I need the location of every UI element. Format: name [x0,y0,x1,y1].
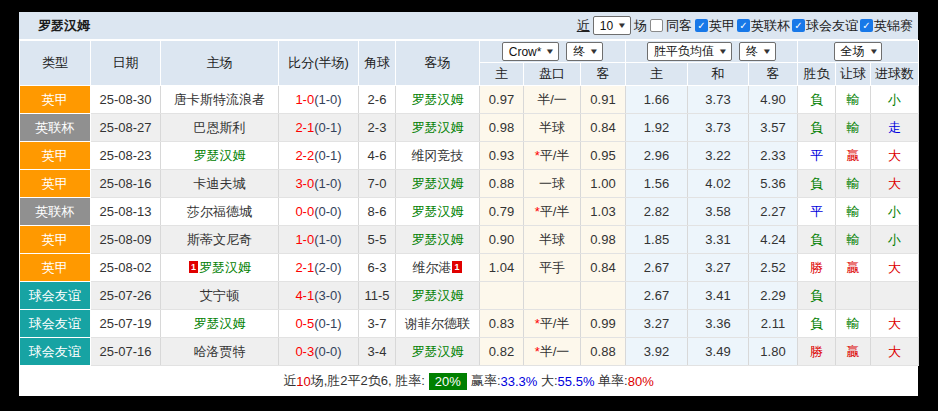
home-team-name: 罗瑟汉姆 [194,148,246,163]
subcol-ah-line: 盘口 [524,63,581,86]
subcol-ah-away: 客 [581,63,626,86]
match-date: 25-07-26 [91,282,161,310]
home-team-name: 巴恩斯利 [194,120,246,135]
match-date: 25-08-02 [91,254,161,282]
home-team-name: 唐卡斯特流浪者 [174,92,265,107]
match-row: 球会友谊25-07-26艾宁顿4-1(3-0)11-5罗瑟汉姆2.673.412… [20,282,919,310]
away-team[interactable]: 罗瑟汉姆 [396,198,480,226]
home-team[interactable]: 巴恩斯利 [161,114,279,142]
same-venue-checkbox[interactable] [650,19,663,32]
result-wdl: 負 [798,310,836,338]
result-wdl: 勝 [798,254,836,282]
home-team[interactable]: 唐卡斯特流浪者 [161,86,279,114]
ah-home-odds: 0.82 [480,338,524,366]
result-wdl: 負 [798,282,836,310]
result-overunder: 走 [871,114,919,142]
red-card-icon: 1 [189,261,198,273]
corners: 3-4 [359,338,396,366]
ah-home-odds: 0.98 [480,114,524,142]
odds-draw: 3.36 [688,310,749,338]
home-team[interactable]: 卡迪夫城 [161,170,279,198]
corners: 2-3 [359,114,396,142]
league-checkbox[interactable]: ✓ [792,19,805,32]
result-handicap: 輸 [836,114,871,142]
ah-line: *平/半 [524,142,581,170]
league-checkbox[interactable]: ✓ [695,19,708,32]
chevron-down-icon: ▼ [545,47,555,56]
away-team-name: 罗瑟汉姆 [412,120,464,135]
away-team[interactable]: 维尔港1 [396,254,480,282]
chevron-down-icon: ▼ [718,47,728,56]
away-team[interactable]: 罗瑟汉姆 [396,282,480,310]
match-score: 2-1(0-1) [279,114,359,142]
recent-link[interactable]: 近 [577,17,590,35]
away-team[interactable]: 维冈竞技 [396,142,480,170]
home-team[interactable]: 罗瑟汉姆 [161,142,279,170]
home-team[interactable]: 艾宁顿 [161,282,279,310]
fulltime-score: 2-2 [295,148,314,163]
away-team[interactable]: 罗瑟汉姆 [396,226,480,254]
ah-line: *平/半 [524,198,581,226]
bookmaker-select[interactable]: Crow*▼ [502,42,560,61]
summary-text: 55.5% [558,374,595,389]
summary-text: 赢率: [471,372,501,390]
halftime-score: (3-0) [314,288,341,303]
league-checkbox[interactable]: ✓ [737,19,750,32]
away-team[interactable]: 罗瑟汉姆 [396,338,480,366]
match-score: 2-2(0-1) [279,142,359,170]
home-team-name: 斯蒂文尼奇 [187,232,252,247]
result-wdl: 負 [798,114,836,142]
handicap-select-group: Crow*▼ 终▼ [480,41,626,63]
away-team[interactable]: 罗瑟汉姆 [396,170,480,198]
ah-away-odds: 0.95 [581,142,626,170]
result-handicap: 贏 [836,338,871,366]
europe-odds-select[interactable]: 胜平负均值▼ [647,42,732,61]
odds-lose: 3.57 [749,114,798,142]
odds-draw: 3.41 [688,282,749,310]
ah-home-odds [480,282,524,310]
halftime-score: (0-0) [314,344,341,359]
chevron-down-icon: ▼ [589,47,599,56]
away-team-name: 维冈竞技 [412,148,464,163]
away-team[interactable]: 罗瑟汉姆 [396,114,480,142]
odds-draw: 3.73 [688,86,749,114]
match-row: 英甲25-08-021罗瑟汉姆2-1(2-0)6-3维尔港11.04平手0.84… [20,254,919,282]
result-overunder: 小 [871,198,919,226]
ah-away-odds: 0.98 [581,226,626,254]
scope-select[interactable]: 全场▼ [834,42,883,61]
home-team[interactable]: 哈洛贾特 [161,338,279,366]
league-checkbox[interactable]: ✓ [860,19,873,32]
fulltime-score: 0-0 [295,204,314,219]
away-team[interactable]: 罗瑟汉姆 [396,86,480,114]
result-handicap [836,282,871,310]
match-score: 4-1(3-0) [279,282,359,310]
result-handicap: 輸 [836,198,871,226]
europe-time-select[interactable]: 终▼ [739,42,776,61]
home-team[interactable]: 莎尔福德城 [161,198,279,226]
league-badge: 英甲 [20,86,91,114]
match-date: 25-08-09 [91,226,161,254]
ah-line: 一球 [524,170,581,198]
home-team[interactable]: 罗瑟汉姆 [161,310,279,338]
odds-lose: 2.27 [749,198,798,226]
ah-away-odds: 0.84 [581,114,626,142]
odds-lose: 2.52 [749,254,798,282]
home-team[interactable]: 斯蒂文尼奇 [161,226,279,254]
home-team[interactable]: 1罗瑟汉姆 [161,254,279,282]
col-header-home: 主场 [161,41,279,86]
odds-win: 2.82 [626,198,688,226]
handicap-time-select[interactable]: 终▼ [566,42,603,61]
match-date: 25-07-16 [91,338,161,366]
league-badge: 英甲 [20,170,91,198]
match-count-select[interactable]: 10▼ [593,16,631,35]
win-rate-badge: 20% [429,373,467,390]
europe-time-value: 终 [746,43,758,60]
odds-lose: 5.36 [749,170,798,198]
league-filter: ✓英甲 [695,17,735,35]
chevron-down-icon: ▼ [617,21,627,30]
result-handicap: 輸 [836,170,871,198]
away-team[interactable]: 谢菲尔德联 [396,310,480,338]
away-team-name: 罗瑟汉姆 [412,92,464,107]
result-wdl: 勝 [798,338,836,366]
odds-draw: 3.49 [688,338,749,366]
